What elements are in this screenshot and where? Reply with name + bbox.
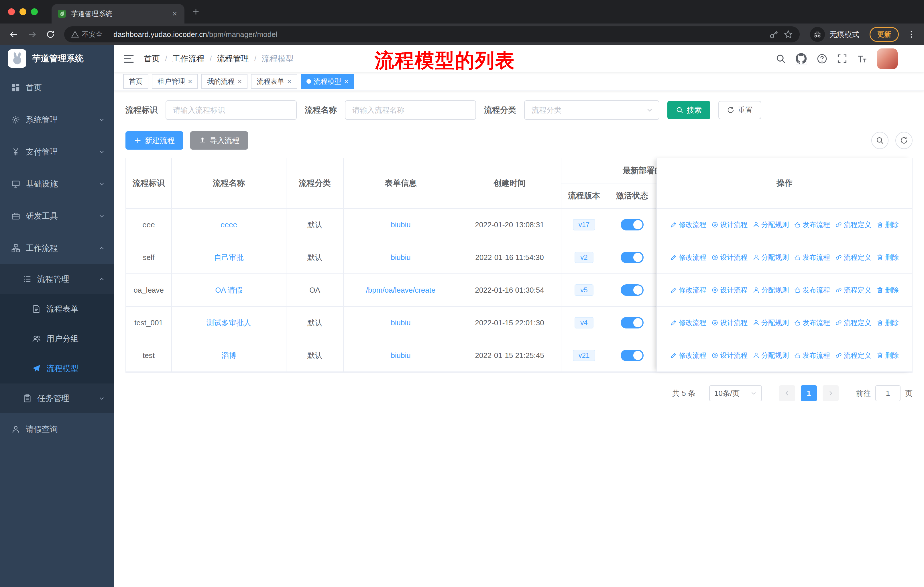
action-publish-link[interactable]: 发布流程 [794, 318, 830, 327]
action-modify-link[interactable]: 修改流程 [670, 253, 706, 262]
tag-close-icon[interactable]: × [287, 78, 291, 85]
action-modify-link[interactable]: 修改流程 [670, 220, 706, 229]
form-link[interactable]: biubiu [391, 253, 411, 262]
action-assign-link[interactable]: 分配规则 [753, 220, 789, 229]
process-name-link[interactable]: 测试多审批人 [206, 318, 251, 328]
sidebar-item-home[interactable]: 首页 [0, 72, 114, 104]
action-definition-link[interactable]: 流程定义 [835, 351, 871, 360]
help-icon[interactable] [817, 54, 827, 64]
update-button[interactable]: 更新 [870, 27, 899, 42]
browser-menu-button[interactable] [904, 28, 918, 41]
process-key-input[interactable] [165, 100, 297, 120]
action-assign-link[interactable]: 分配规则 [753, 286, 789, 294]
hamburger-icon[interactable] [123, 53, 135, 64]
action-design-link[interactable]: 设计流程 [711, 318, 747, 327]
tag-my-process[interactable]: 我的流程 × [201, 74, 248, 89]
create-process-button[interactable]: 新建流程 [125, 131, 183, 150]
refresh-table-button[interactable] [895, 132, 912, 149]
search-button[interactable]: 搜索 [667, 101, 710, 119]
process-name-link[interactable]: eeee [221, 220, 237, 229]
active-toggle[interactable] [621, 350, 644, 361]
action-modify-link[interactable]: 修改流程 [670, 318, 706, 327]
action-design-link[interactable]: 设计流程 [711, 253, 747, 262]
reset-button[interactable]: 重置 [718, 101, 761, 119]
active-toggle[interactable] [621, 317, 644, 329]
reload-button[interactable] [42, 26, 58, 42]
sidebar-item-dev-tools[interactable]: 研发工具 [0, 200, 114, 232]
close-window-button[interactable] [8, 8, 15, 15]
toggle-search-button[interactable] [871, 132, 888, 149]
next-page-button[interactable] [823, 385, 839, 401]
breadcrumb-process-mgmt[interactable]: 流程管理 [217, 53, 262, 64]
search-icon[interactable] [776, 54, 786, 64]
goto-page-input[interactable] [875, 385, 901, 401]
breadcrumb-workflow[interactable]: 工作流程 [172, 53, 217, 64]
tag-home[interactable]: 首页 [123, 74, 148, 89]
user-avatar[interactable] [877, 48, 898, 69]
action-publish-link[interactable]: 发布流程 [794, 253, 830, 262]
process-category-select[interactable]: 流程分类 [524, 100, 659, 120]
action-definition-link[interactable]: 流程定义 [835, 253, 871, 262]
action-design-link[interactable]: 设计流程 [711, 351, 747, 360]
process-name-link[interactable]: 滔博 [221, 351, 236, 360]
action-assign-link[interactable]: 分配规则 [753, 253, 789, 262]
form-link[interactable]: biubiu [391, 318, 411, 327]
tag-process-model[interactable]: 流程模型 × [301, 74, 354, 89]
process-name-link[interactable]: 自己审批 [214, 253, 244, 263]
tag-close-icon[interactable]: × [188, 78, 192, 85]
sidebar-item-leave-query[interactable]: 请假查询 [0, 413, 114, 445]
prev-page-button[interactable] [779, 385, 795, 401]
sidebar-item-process-mgmt[interactable]: 流程管理 [0, 264, 114, 294]
action-modify-link[interactable]: 修改流程 [670, 351, 706, 360]
action-delete-link[interactable]: 删除 [876, 318, 899, 327]
github-icon[interactable] [796, 53, 807, 64]
tag-close-icon[interactable]: × [238, 78, 242, 85]
form-link[interactable]: biubiu [391, 220, 411, 229]
sidebar-item-infrastructure[interactable]: 基础设施 [0, 168, 114, 200]
action-assign-link[interactable]: 分配规则 [753, 351, 789, 360]
sidebar-item-system-mgmt[interactable]: 系统管理 [0, 104, 114, 136]
action-delete-link[interactable]: 删除 [876, 351, 899, 360]
minimize-window-button[interactable] [20, 8, 26, 15]
breadcrumb-home[interactable]: 首页 [144, 53, 172, 64]
form-link[interactable]: /bpm/oa/leave/create [366, 286, 436, 294]
fullscreen-icon[interactable] [837, 54, 847, 64]
security-indicator[interactable]: 不安全 [71, 30, 102, 39]
action-modify-link[interactable]: 修改流程 [670, 286, 706, 294]
active-toggle[interactable] [621, 284, 644, 296]
action-definition-link[interactable]: 流程定义 [835, 286, 871, 294]
font-size-icon[interactable] [857, 54, 867, 64]
action-publish-link[interactable]: 发布流程 [794, 351, 830, 360]
action-delete-link[interactable]: 删除 [876, 253, 899, 262]
action-design-link[interactable]: 设计流程 [711, 286, 747, 294]
action-delete-link[interactable]: 删除 [876, 286, 899, 294]
address-bar[interactable]: 不安全 dashboard.yudao.iocoder.cn/bpm/manag… [64, 26, 800, 42]
process-name-link[interactable]: OA 请假 [215, 285, 242, 295]
sidebar-item-user-group[interactable]: 用户分组 [0, 324, 114, 354]
new-tab-button[interactable] [188, 4, 204, 20]
action-definition-link[interactable]: 流程定义 [835, 318, 871, 327]
form-link[interactable]: biubiu [391, 351, 411, 360]
password-key-icon[interactable] [769, 30, 779, 39]
tab-close-icon[interactable]: × [171, 9, 179, 18]
import-process-button[interactable]: 导入流程 [190, 131, 248, 150]
sidebar-item-process-form[interactable]: 流程表单 [0, 294, 114, 324]
browser-tab[interactable]: 芋道管理系统 × [51, 4, 185, 23]
action-assign-link[interactable]: 分配规则 [753, 318, 789, 327]
action-delete-link[interactable]: 删除 [876, 220, 899, 229]
active-toggle[interactable] [621, 219, 644, 230]
zoom-window-button[interactable] [31, 8, 38, 15]
sidebar-item-process-model[interactable]: 流程模型 [0, 354, 114, 384]
process-name-input[interactable] [345, 100, 476, 120]
action-design-link[interactable]: 设计流程 [711, 220, 747, 229]
tag-process-form[interactable]: 流程表单 × [251, 74, 297, 89]
sidebar-item-task-mgmt[interactable]: 任务管理 [0, 384, 114, 413]
bookmark-star-icon[interactable] [784, 30, 793, 39]
sidebar-item-workflow[interactable]: 工作流程 [0, 232, 114, 264]
active-toggle[interactable] [621, 251, 644, 263]
action-publish-link[interactable]: 发布流程 [794, 286, 830, 294]
page-1-button[interactable]: 1 [801, 385, 817, 401]
tag-close-icon[interactable]: × [344, 78, 348, 85]
action-definition-link[interactable]: 流程定义 [835, 220, 871, 229]
forward-button[interactable] [24, 26, 40, 42]
